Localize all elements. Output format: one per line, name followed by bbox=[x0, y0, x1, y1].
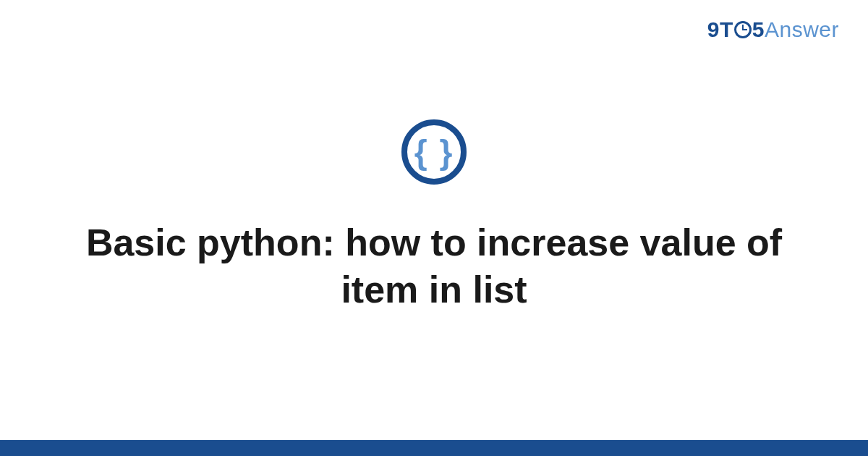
braces-glyph: { } bbox=[414, 135, 454, 169]
logo-nine: 9 bbox=[707, 17, 720, 41]
main-content: { } Basic python: how to increase value … bbox=[0, 119, 868, 313]
site-logo[interactable]: 9T5Answer bbox=[707, 17, 839, 42]
logo-five: 5 bbox=[752, 17, 765, 41]
code-braces-icon: { } bbox=[401, 119, 467, 185]
footer-bar bbox=[0, 440, 868, 456]
logo-answer: Answer bbox=[765, 17, 839, 41]
clock-icon bbox=[734, 21, 752, 38]
page-title: Basic python: how to increase value of i… bbox=[58, 219, 810, 313]
logo-t: T bbox=[720, 17, 733, 41]
